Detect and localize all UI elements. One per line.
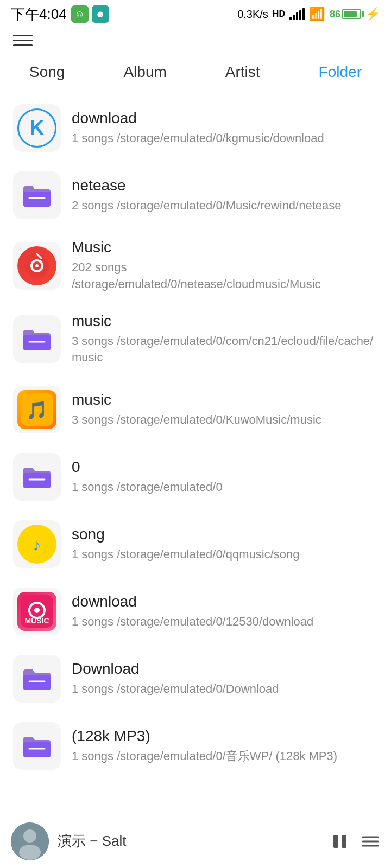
hd-badge: HD bbox=[273, 9, 285, 19]
folder-meta: 1 songs /storage/emulated/0/音乐WP/ (128k … bbox=[72, 748, 378, 765]
player-info[interactable]: 演示 − Salt bbox=[58, 832, 321, 851]
folder-icon-music-platform: MUSIC bbox=[13, 588, 61, 635]
folder-meta: 1 songs /storage/emulated/0 bbox=[72, 479, 378, 496]
folder-meta: 2 songs /storage/emulated/0/Music/rewind… bbox=[72, 197, 378, 214]
folder-icon-purple bbox=[13, 171, 61, 219]
battery-indicator: 86 ⚡ bbox=[330, 7, 380, 21]
svg-text:♪: ♪ bbox=[33, 536, 41, 554]
folder-list: K download 1 songs /storage/emulated/0/k… bbox=[0, 90, 391, 839]
folder-name: netease bbox=[72, 177, 378, 194]
svg-rect-26 bbox=[342, 835, 346, 848]
tab-bar: Song Album Artist Folder bbox=[0, 53, 391, 90]
folder-name: download bbox=[72, 593, 378, 610]
player-avatar[interactable] bbox=[11, 822, 49, 860]
playlist-button[interactable] bbox=[361, 832, 380, 851]
folder-meta: 1 songs /storage/emulated/0/12530/downlo… bbox=[72, 614, 378, 630]
svg-rect-18 bbox=[23, 675, 51, 690]
folder-icon-purple5 bbox=[13, 722, 61, 770]
list-item[interactable]: netease 2 songs /storage/emulated/0/Musi… bbox=[0, 162, 391, 229]
folder-purple-icon bbox=[21, 463, 53, 490]
folder-icon-purple3 bbox=[13, 453, 61, 501]
svg-point-16 bbox=[34, 608, 40, 613]
player-controls bbox=[330, 832, 380, 851]
tab-folder[interactable]: Folder bbox=[312, 61, 368, 83]
status-time-area: 下午4:04 ☺ ☻ bbox=[11, 5, 109, 24]
list-item[interactable]: Music 202 songs /storage/emulated/0/nete… bbox=[0, 229, 391, 303]
menu-button[interactable] bbox=[13, 35, 33, 46]
folder-icon-kuwo: 🎵 bbox=[13, 386, 61, 433]
pause-button[interactable] bbox=[330, 832, 350, 851]
status-app-icons: ☺ ☻ bbox=[71, 5, 109, 23]
folder-name: download bbox=[72, 110, 378, 127]
list-item[interactable]: (128k MP3) 1 songs /storage/emulated/0/音… bbox=[0, 712, 391, 780]
folder-purple-icon bbox=[21, 732, 53, 760]
svg-rect-10 bbox=[23, 473, 51, 488]
list-item[interactable]: ♪ song 1 songs /storage/emulated/0/qqmus… bbox=[0, 510, 391, 578]
svg-text:MUSIC: MUSIC bbox=[24, 616, 49, 625]
folder-icon-kugou: K bbox=[13, 104, 61, 152]
status-right-area: 0.3K/s HD 📶 86 ⚡ bbox=[237, 7, 380, 22]
tab-song[interactable]: Song bbox=[23, 61, 71, 83]
folder-purple-icon bbox=[21, 326, 53, 353]
folder-name: Download bbox=[72, 660, 378, 678]
list-item[interactable]: 🎵 music 3 songs /storage/emulated/0/Kuwo… bbox=[0, 376, 391, 443]
svg-rect-6 bbox=[23, 335, 51, 350]
folder-meta: 202 songs /storage/emulated/0/netease/cl… bbox=[72, 259, 378, 293]
folder-name: (128k MP3) bbox=[72, 727, 378, 745]
time-display: 下午4:04 bbox=[11, 5, 67, 24]
list-item[interactable]: MUSIC download 1 songs /storage/emulated… bbox=[0, 578, 391, 645]
svg-rect-25 bbox=[333, 835, 338, 848]
folder-name: music bbox=[72, 391, 378, 409]
tab-artist[interactable]: Artist bbox=[219, 61, 267, 83]
folder-icon-netease bbox=[13, 242, 61, 290]
folder-name: song bbox=[72, 526, 378, 543]
svg-text:🎵: 🎵 bbox=[26, 400, 48, 420]
folder-meta: 3 songs /storage/emulated/0/com/cn21/ecl… bbox=[72, 333, 378, 367]
folder-meta: 1 songs /storage/emulated/0/Download bbox=[72, 681, 378, 698]
folder-icon-purple4 bbox=[13, 655, 61, 703]
svg-point-23 bbox=[23, 829, 36, 843]
tab-album[interactable]: Album bbox=[117, 61, 173, 83]
folder-meta: 1 songs /storage/emulated/0/qqmusic/song bbox=[72, 546, 378, 563]
folder-icon-purple2 bbox=[13, 315, 61, 363]
status-bar: 下午4:04 ☺ ☻ 0.3K/s HD 📶 86 ⚡ bbox=[0, 0, 391, 28]
wifi-icon: 📶 bbox=[309, 7, 325, 22]
folder-name: music bbox=[72, 312, 378, 330]
svg-rect-20 bbox=[23, 742, 51, 757]
folder-purple-icon bbox=[21, 182, 53, 209]
list-item[interactable]: music 3 songs /storage/emulated/0/com/cn… bbox=[0, 303, 391, 376]
svg-point-4 bbox=[35, 264, 39, 267]
bottom-player: 演示 − Salt bbox=[0, 814, 391, 868]
battery-percent: 86 bbox=[330, 9, 340, 20]
signal-icon bbox=[289, 8, 305, 20]
list-item[interactable]: K download 1 songs /storage/emulated/0/k… bbox=[0, 94, 391, 162]
app-icon-2: ☻ bbox=[92, 5, 109, 23]
folder-name: Music bbox=[72, 239, 378, 256]
header bbox=[0, 28, 391, 53]
player-title: 演示 − Salt bbox=[58, 833, 126, 849]
folder-purple-icon bbox=[21, 665, 53, 692]
network-speed: 0.3K/s bbox=[237, 8, 268, 21]
folder-icon-qqmusic: ♪ bbox=[13, 520, 61, 568]
svg-point-24 bbox=[19, 845, 41, 860]
folder-meta: 1 songs /storage/emulated/0/kgmusic/down… bbox=[72, 130, 378, 147]
app-icon-1: ☺ bbox=[71, 5, 89, 23]
folder-name: 0 bbox=[72, 458, 378, 476]
svg-rect-0 bbox=[23, 192, 51, 207]
charging-icon: ⚡ bbox=[365, 7, 380, 21]
list-item[interactable]: Download 1 songs /storage/emulated/0/Dow… bbox=[0, 645, 391, 712]
list-item[interactable]: 0 1 songs /storage/emulated/0 bbox=[0, 443, 391, 510]
folder-meta: 3 songs /storage/emulated/0/KuwoMusic/mu… bbox=[72, 412, 378, 429]
